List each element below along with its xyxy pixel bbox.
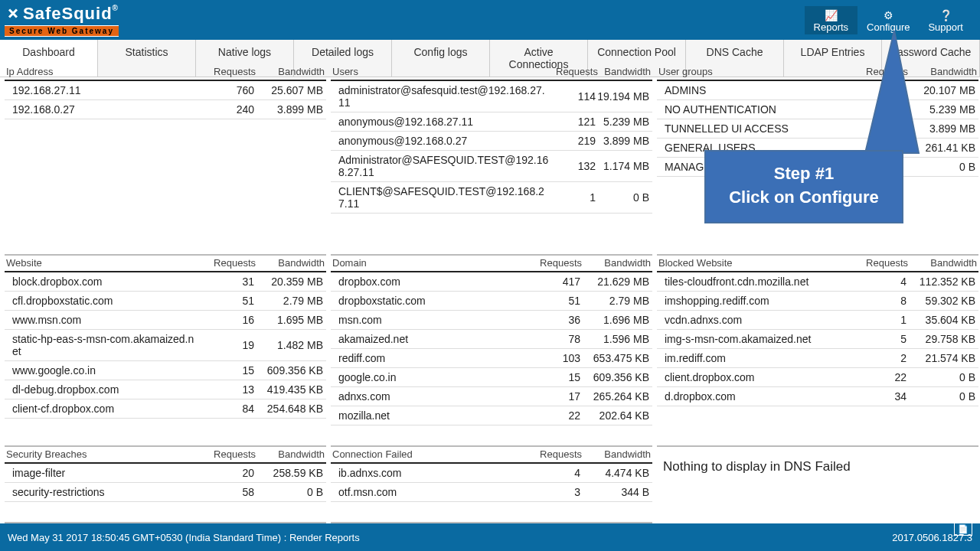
support-button[interactable]: ❔ Support [919,6,972,34]
panel-header: UsersRequestsBandwidth [331,64,652,81]
cell-bandwidth: 1.696 MB [580,314,649,326]
cell-requests: 240 [201,103,254,116]
table-row[interactable]: dropbox.com41721.629 MB [331,272,652,292]
cell-bandwidth: 19.194 MB [596,90,649,103]
table-row[interactable]: 192.168.27.1176025.607 MB [5,81,326,100]
chart-icon: 📈 [825,9,838,21]
cell-name: 192.168.0.27 [12,103,201,116]
cell-requests: 58 [201,486,254,498]
col-requests: Requests [202,66,256,77]
app-header: SafeSquid® Secure Web Gateway 📈 Reports … [0,0,980,40]
panel-body: tiles-cloudfront.cdn.mozilla.net4112.352… [657,272,978,447]
table-row[interactable]: static-hp-eas-s-msn-com.akamaized.net191… [5,330,326,361]
table-row[interactable]: im.rediff.com221.574 KB [657,349,978,368]
cell-name: ib.adnxs.com [338,467,527,479]
cell-requests: 417 [527,276,580,288]
table-row[interactable]: mozilla.net22202.64 KB [331,406,652,425]
cell-bandwidth: 1.695 MB [254,314,323,326]
cell-bandwidth: 0 B [906,390,975,403]
cell-requests: 22 [853,371,906,383]
table-row[interactable]: adnxs.com17265.264 KB [331,387,652,406]
table-row[interactable]: cfl.dropboxstatic.com512.79 MB [5,292,326,311]
cell-requests: 17 [527,390,580,403]
cell-bandwidth: 25.607 MB [254,84,323,96]
cell-name: imshopping.rediff.com [665,295,853,307]
gears-icon: ⚙ [884,9,893,21]
table-row[interactable]: ADMINS20.107 MB [657,81,978,100]
cell-requests: 31 [201,276,254,288]
col-requests: Requests [202,257,256,269]
cell-bandwidth: 1.482 MB [254,339,323,351]
cell-bandwidth: 2.79 MB [254,295,323,307]
table-row[interactable]: NO AUTHENTICATION5.239 MB [657,100,978,119]
table-row[interactable]: msn.com361.696 MB [331,311,652,330]
cell-name: cfl.dropboxstatic.com [12,295,201,307]
table-row[interactable]: www.google.co.in15609.356 KB [5,361,326,380]
table-row[interactable]: block.dropbox.com3120.359 MB [5,272,326,292]
cell-name: static-hp-eas-s-msn-com.akamaized.net [12,333,201,357]
table-row[interactable]: www.msn.com161.695 MB [5,311,326,330]
cell-bandwidth: 3.899 MB [596,135,649,147]
table-row[interactable]: dl-debug.dropbox.com13419.435 KB [5,380,326,399]
cell-name: dropbox.com [338,276,527,288]
cell-name: akamaized.net [338,333,527,345]
col-bandwidth: Bandwidth [256,448,325,460]
cell-bandwidth: 344 B [580,486,649,498]
table-row[interactable]: tiles-cloudfront.cdn.mozilla.net4112.352… [657,272,978,292]
cell-name: www.google.co.in [12,364,201,377]
col-title: Ip Address [6,66,202,77]
panel-body: image-filter20258.59 KBsecurity-restrict… [5,464,326,523]
col-title: Connection Failed [332,448,528,460]
table-row[interactable]: rediff.com103653.475 KB [331,349,652,368]
table-row[interactable]: otf.msn.com3344 B [331,483,652,502]
cell-name: vcdn.adnxs.com [665,314,853,326]
cell-bandwidth: 3.899 MB [254,103,323,116]
table-row[interactable]: akamaized.net781.596 MB [331,330,652,349]
table-row[interactable]: client.dropbox.com220 B [657,368,978,387]
table-row[interactable]: anonymous@192.168.27.111215.239 MB [331,112,652,132]
table-row[interactable]: google.co.in15609.356 KB [331,368,652,387]
reports-button[interactable]: 📈 Reports [805,6,858,34]
table-row[interactable]: imshopping.rediff.com859.302 KB [657,292,978,311]
configure-button[interactable]: ⚙ Configure [858,6,919,34]
col-title: User groups [658,66,854,77]
table-row[interactable]: vcdn.adnxs.com135.604 KB [657,311,978,330]
panel-header: Connection FailedRequestsBandwidth [331,447,652,464]
panel-breach: Security BreachesRequestsBandwidthimage-… [5,447,326,523]
table-row[interactable]: ib.adnxs.com44.474 KB [331,464,652,483]
table-row[interactable]: d.dropbox.com340 B [657,387,978,406]
cell-name: anonymous@192.168.0.27 [338,135,554,147]
cell-requests: 132 [554,160,596,172]
footer: Wed May 31 2017 18:50:45 GMT+0530 (India… [0,523,980,551]
table-row[interactable]: CLIENT$@SAFESQUID.TEST@192.168.27.1110 B [331,182,652,214]
cell-requests: 114 [554,90,596,103]
cell-requests: 1 [853,314,906,326]
table-row[interactable]: dropboxstatic.com512.79 MB [331,292,652,311]
cell-requests: 22 [527,409,580,422]
panel-body: ib.adnxs.com44.474 KBotf.msn.com3344 B [331,464,652,523]
table-row[interactable]: 192.168.0.272403.899 MB [5,100,326,119]
cell-bandwidth: 0 B [596,191,649,204]
col-bandwidth: Bandwidth [582,257,651,269]
table-row[interactable]: img-s-msn-com.akamaized.net529.758 KB [657,330,978,349]
panel-body: dropbox.com41721.629 MBdropboxstatic.com… [331,272,652,447]
cell-bandwidth: 29.758 KB [906,333,975,345]
table-row[interactable]: TUNNELLED UI ACCESS3.899 MB [657,119,978,139]
table-row[interactable]: client-cf.dropbox.com84254.648 KB [5,399,326,419]
table-row[interactable]: security-restrictions580 B [5,483,326,502]
callout: Step #1 Click on Configure [704,150,903,223]
table-row[interactable]: Administrator@SAFESQUID.TEST@192.168.27.… [331,151,652,182]
table-row[interactable]: image-filter20258.59 KB [5,464,326,483]
table-row[interactable]: anonymous@192.168.0.272193.899 MB [331,132,652,151]
cell-name: im.rediff.com [665,352,853,364]
cell-name: TUNNELLED UI ACCESS [665,122,853,135]
cell-bandwidth: 21.629 MB [580,276,649,288]
panel-blocked: Blocked WebsiteRequestsBandwidthtiles-cl… [657,256,978,447]
pdf-export-button[interactable]: 📄 [954,523,972,536]
cell-bandwidth: 21.574 KB [906,352,975,364]
cell-name: image-filter [12,467,201,479]
panel-connfail: Connection FailedRequestsBandwidthib.adn… [331,447,652,523]
table-row[interactable]: administrator@safesquid.test@192.168.27.… [331,81,652,112]
panel-header: WebsiteRequestsBandwidth [5,256,326,272]
cell-requests: 8 [853,295,906,307]
